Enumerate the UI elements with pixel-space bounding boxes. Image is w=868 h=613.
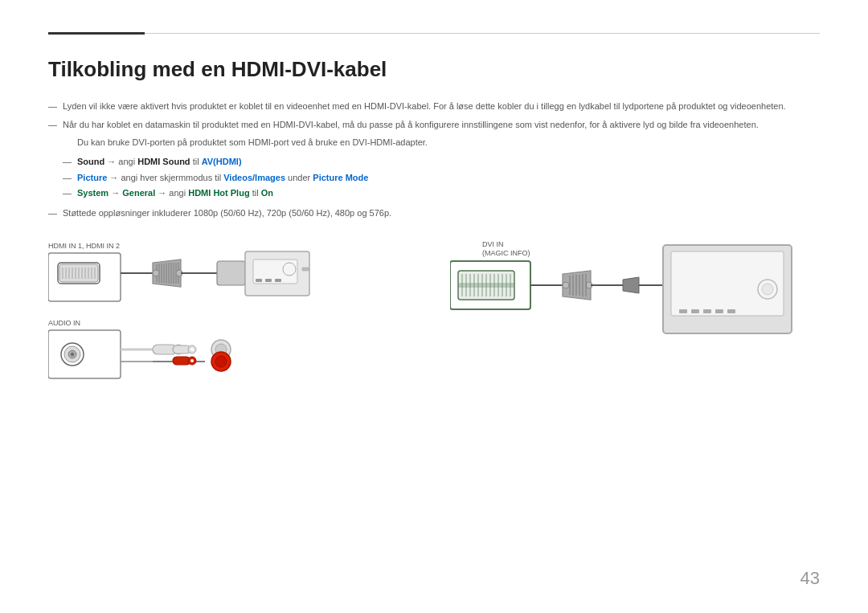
instr2-picturemode: Picture Mode xyxy=(313,173,368,182)
audio-label: AUDIO IN xyxy=(48,319,80,327)
svg-point-26 xyxy=(153,270,159,276)
right-diagram-svg: DVI IN (MAGIC INFO) xyxy=(450,237,820,366)
svg-rect-32 xyxy=(256,279,262,282)
footnote: Støttede oppløsninger inkluderer 1080p (… xyxy=(48,206,820,221)
instr3-arrow2: → angi xyxy=(158,188,188,198)
svg-point-77 xyxy=(563,282,569,288)
instr1-sound: Sound xyxy=(77,157,104,166)
svg-point-52 xyxy=(190,348,194,351)
svg-rect-91 xyxy=(691,309,699,313)
body-indent: Du kan bruke DVI-porten på produktet som… xyxy=(48,136,820,150)
svg-rect-29 xyxy=(217,261,245,285)
instr2-picture: Picture xyxy=(77,173,107,182)
svg-marker-86 xyxy=(623,277,639,293)
svg-text:DVI IN: DVI IN xyxy=(482,240,504,248)
svg-rect-36 xyxy=(302,268,309,271)
instr1-av: AV(HDMI) xyxy=(202,157,242,166)
svg-rect-34 xyxy=(275,279,281,282)
top-decorative-lines xyxy=(48,32,820,35)
instr3-hotplug: HDMI Hot Plug xyxy=(188,188,249,198)
body-line-2: Når du har koblet en datamaskin til prod… xyxy=(48,118,820,133)
instruction-3: System → General → angi HDMI Hot Plug ti… xyxy=(48,186,820,202)
instruction-1: Sound → angi HDMI Sound til AV(HDMI) xyxy=(48,154,820,170)
hdmi-label: HDMI IN 1, HDMI IN 2 xyxy=(48,242,120,250)
svg-point-96 xyxy=(762,284,773,295)
instr1-til: til xyxy=(193,157,202,166)
top-line-light xyxy=(145,33,820,34)
svg-point-56 xyxy=(215,356,227,367)
svg-rect-37 xyxy=(48,330,121,378)
svg-rect-33 xyxy=(265,279,272,282)
svg-rect-74 xyxy=(458,283,514,288)
svg-text:(MAGIC INFO): (MAGIC INFO) xyxy=(482,249,530,257)
instr1-hdmisound: HDMI Sound xyxy=(137,157,190,166)
svg-rect-93 xyxy=(715,309,723,313)
body-line-1: Lyden vil ikke være aktivert hvis produk… xyxy=(48,100,820,114)
top-line-dark xyxy=(48,32,145,35)
svg-rect-92 xyxy=(703,309,711,313)
svg-rect-90 xyxy=(679,309,687,313)
instr3-til: til xyxy=(252,188,261,198)
instr3-on: On xyxy=(261,188,273,198)
page-number: 43 xyxy=(800,568,820,589)
instr1-arrow1: → angi xyxy=(107,157,137,166)
instr3-arrow1: → xyxy=(111,188,122,198)
instr2-videosimages: Videos/Images xyxy=(223,173,285,182)
svg-point-41 xyxy=(71,353,74,356)
page-container: Tilkobling med en HDMI-DVI-kabel Lyden v… xyxy=(0,0,868,613)
instr3-general: General xyxy=(122,188,155,198)
instruction-2: Picture → angi hver skjermmodus til Vide… xyxy=(48,170,820,186)
left-diagram-svg: HDMI IN 1, HDMI IN 2 xyxy=(48,237,418,414)
instr2-text: → angi hver skjermmodus til xyxy=(109,173,223,182)
instr3-system: System xyxy=(77,188,108,198)
diagram-left: HDMI IN 1, HDMI IN 2 xyxy=(48,237,418,417)
diagram-right: DVI IN (MAGIC INFO) xyxy=(450,237,820,369)
page-title: Tilkobling med en HDMI-DVI-kabel xyxy=(48,57,820,82)
instr2-under: under xyxy=(288,173,313,182)
diagram-area: HDMI IN 1, HDMI IN 2 xyxy=(48,237,820,417)
svg-rect-94 xyxy=(727,309,735,313)
svg-point-49 xyxy=(190,359,194,362)
